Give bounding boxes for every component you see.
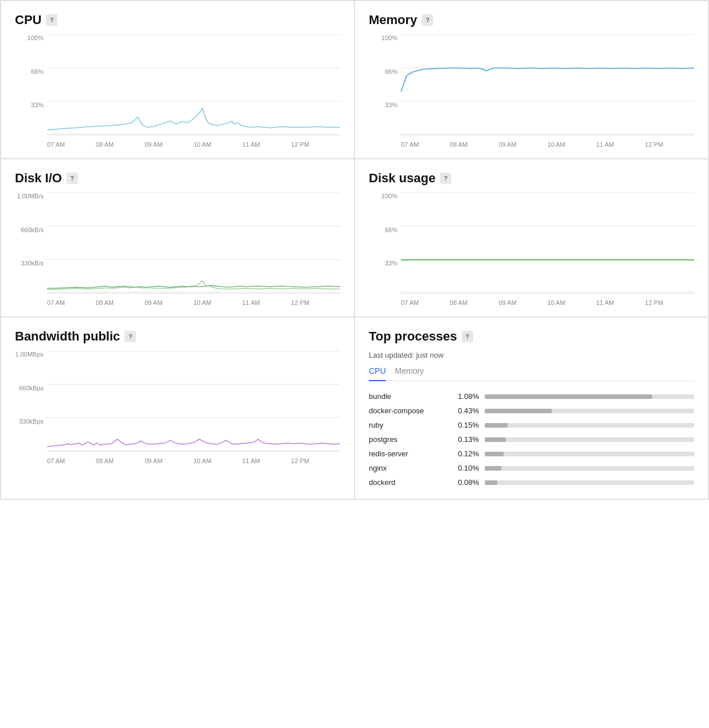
process-row: postgres 0.13% xyxy=(369,432,694,447)
process-row: dockerd 0.08% xyxy=(369,475,694,490)
top-processes-label: Top processes xyxy=(369,329,457,344)
cpu-y-labels: 100% 66% 33% xyxy=(15,34,47,135)
process-bar xyxy=(485,452,504,456)
disk-io-title: Disk I/O ? xyxy=(15,171,340,186)
process-bar xyxy=(485,437,506,442)
process-pct: 0.15% xyxy=(449,421,479,429)
top-processes-help-badge[interactable]: ? xyxy=(462,331,473,342)
cpu-x-labels: 07 AM 08 AM 09 AM 10 AM 11 AM 12 PM xyxy=(47,135,340,149)
disk-io-help-badge[interactable]: ? xyxy=(67,173,78,184)
process-pct: 1.08% xyxy=(449,392,479,401)
cpu-svg xyxy=(47,34,340,135)
process-bar-container xyxy=(485,452,694,456)
disk-io-svg xyxy=(47,193,340,293)
process-name: docker-compose xyxy=(369,406,443,415)
process-bar xyxy=(485,466,501,471)
process-name: ruby xyxy=(369,421,443,429)
tab-cpu[interactable]: CPU xyxy=(369,366,386,381)
disk-usage-title: Disk usage ? xyxy=(369,171,694,186)
process-bar xyxy=(485,423,508,428)
process-pct: 0.43% xyxy=(449,406,479,415)
process-bar xyxy=(485,409,552,413)
top-processes-title: Top processes ? xyxy=(369,329,694,344)
cpu-chart-body xyxy=(47,34,340,135)
disk-usage-chart-body xyxy=(401,193,694,293)
cpu-label: CPU xyxy=(15,13,41,28)
disk-io-y-labels: 1.00MB/s 660kB/s 330kB/s xyxy=(15,193,47,293)
process-name: nginx xyxy=(369,464,443,472)
process-name: postgres xyxy=(369,435,443,444)
memory-x-labels: 07 AM 08 AM 09 AM 10 AM 11 AM 12 PM xyxy=(401,135,694,149)
disk-usage-x-labels: 07 AM 08 AM 09 AM 10 AM 11 AM 12 PM xyxy=(401,293,694,307)
bandwidth-y-labels: 1.00MBps 660kBps 330kBps xyxy=(15,351,47,452)
disk-io-chart-body xyxy=(47,193,340,293)
disk-io-x-labels: 07 AM 08 AM 09 AM 10 AM 11 AM 12 PM xyxy=(47,293,340,307)
process-row: bundle 1.08% xyxy=(369,389,694,404)
disk-io-panel: Disk I/O ? 1.00MB/s 660kB/s 330kB/s xyxy=(1,159,354,317)
bandwidth-help-badge[interactable]: ? xyxy=(124,331,136,342)
bandwidth-panel: Bandwidth public ? 1.00MBps 660kBps 330k… xyxy=(1,317,354,499)
last-updated: Last updated: just now xyxy=(369,351,694,359)
disk-io-chart: 1.00MB/s 660kB/s 330kB/s 0 xyxy=(15,193,340,307)
process-name: dockerd xyxy=(369,478,443,487)
disk-usage-help-badge[interactable]: ? xyxy=(440,173,451,184)
memory-help-badge[interactable]: ? xyxy=(422,14,433,26)
bandwidth-title: Bandwidth public ? xyxy=(15,329,340,344)
process-pct: 0.13% xyxy=(449,435,479,444)
disk-io-label: Disk I/O xyxy=(15,171,62,186)
memory-chart-body xyxy=(401,34,694,135)
process-pct: 0.10% xyxy=(449,464,479,472)
process-bar-container xyxy=(485,466,694,471)
cpu-help-badge[interactable]: ? xyxy=(46,14,57,26)
bandwidth-svg xyxy=(47,351,340,451)
memory-chart: 100% 66% 33% 07 AM 08 AM xyxy=(369,34,694,149)
bandwidth-chart: 1.00MBps 660kBps 330kBps 07 AM 08 AM xyxy=(15,351,340,465)
process-bar xyxy=(485,394,652,399)
top-processes-panel: Top processes ? Last updated: just now C… xyxy=(354,317,708,499)
process-row: redis-server 0.12% xyxy=(369,447,694,461)
process-bar-container xyxy=(485,437,694,442)
disk-usage-chart: 100% 66% 33% 07 AM 08 AM xyxy=(369,193,694,307)
bandwidth-label: Bandwidth public xyxy=(15,329,120,344)
process-row: ruby 0.15% xyxy=(369,418,694,432)
tab-memory[interactable]: Memory xyxy=(395,366,424,381)
disk-usage-label: Disk usage xyxy=(369,171,435,186)
bandwidth-x-labels: 07 AM 08 AM 09 AM 10 AM 11 AM 12 PM xyxy=(47,452,340,465)
cpu-panel: CPU ? 100% 66% 33% xyxy=(1,1,354,159)
bandwidth-chart-body xyxy=(47,351,340,452)
memory-label: Memory xyxy=(369,13,417,28)
memory-panel: Memory ? 100% 66% 33% xyxy=(354,1,708,159)
process-bar-container xyxy=(485,409,694,413)
process-row: nginx 0.10% xyxy=(369,461,694,475)
cpu-chart: 100% 66% 33% 07 AM 08 AM 09 AM xyxy=(15,34,340,149)
process-bar-container xyxy=(485,394,694,399)
cpu-title: CPU ? xyxy=(15,13,340,28)
memory-svg xyxy=(401,34,694,135)
memory-y-labels: 100% 66% 33% xyxy=(369,34,401,135)
memory-title: Memory ? xyxy=(369,13,694,28)
process-bar-container xyxy=(485,423,694,428)
disk-usage-panel: Disk usage ? 100% 66% 33% xyxy=(354,159,708,317)
disk-usage-y-labels: 100% 66% 33% xyxy=(369,193,401,293)
process-tabs: CPU Memory xyxy=(369,366,694,381)
process-name: bundle xyxy=(369,392,443,401)
disk-usage-svg xyxy=(401,193,694,293)
process-bar xyxy=(485,480,497,485)
process-pct: 0.08% xyxy=(449,478,479,487)
process-row: docker-compose 0.43% xyxy=(369,404,694,418)
process-name: redis-server xyxy=(369,449,443,458)
process-pct: 0.12% xyxy=(449,449,479,458)
process-table: bundle 1.08% docker-compose 0.43% ruby 0… xyxy=(369,389,694,490)
process-bar-container xyxy=(485,480,694,485)
